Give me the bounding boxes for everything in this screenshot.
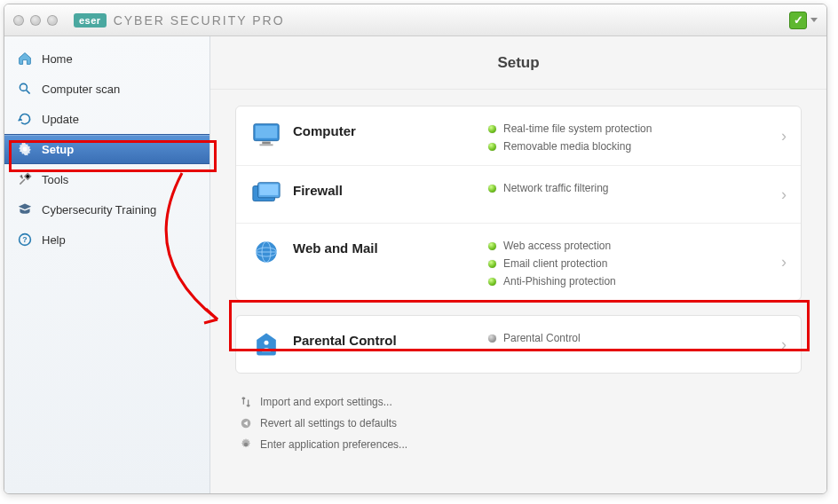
svg-text:?: ? [22,235,27,244]
card-title: Firewall [293,178,488,198]
feature-item: Network traffic filtering [488,182,787,194]
sidebar-item-label: Cybersecurity Training [42,203,156,217]
sidebar-item-label: Help [42,233,66,247]
feature-item: Email client protection [488,257,787,270]
zoom-window-button[interactable] [47,15,58,26]
feature-list: Real-time file system protection Removab… [488,119,787,153]
app-window: eser CYBER SECURITY PRO ✓ Home Computer … [4,4,827,494]
page-title: Setup [210,36,826,90]
svg-rect-6 [256,126,278,138]
setup-card-web-mail[interactable]: Web and Mail Web access protection Email… [236,224,801,300]
feature-item: Parental Control [488,332,787,344]
preferences-gear-icon [239,437,253,452]
sidebar-item-home[interactable]: Home [4,43,210,74]
svg-rect-7 [262,142,270,145]
status-dot-off-icon [488,335,496,343]
minimize-window-button[interactable] [30,15,41,26]
main-panel: Setup Computer Real-time file system pro… [210,36,826,493]
scan-icon [17,81,33,97]
sidebar-item-tools[interactable]: Tools [4,164,210,194]
card-title: Computer [293,119,488,138]
feature-item: Removable media blocking [488,140,787,153]
link-label: Import and export settings... [260,396,392,408]
card-title: Parental Control [293,328,488,348]
feature-label: Parental Control [503,332,581,344]
status-dot-on-icon [488,260,496,268]
svg-point-0 [20,83,27,91]
monitor-icon [250,119,282,151]
feature-label: Web access protection [503,240,611,252]
sidebar-item-training[interactable]: Cybersecurity Training [4,194,210,224]
sidebar-item-label: Home [42,52,73,66]
main-content: Computer Real-time file system protectio… [210,90,826,493]
chevron-right-icon: › [781,335,787,354]
import-export-icon [239,395,253,409]
feature-label: Real-time file system protection [503,122,652,135]
feature-list: Network traffic filtering [488,178,787,194]
sidebar-item-update[interactable]: Update [4,104,210,134]
svg-rect-8 [259,144,273,146]
status-dot-on-icon [488,185,496,193]
sidebar-item-label: Tools [42,173,68,186]
feature-label: Email client protection [503,257,607,270]
setup-links: Import and export settings... Revert all… [235,388,802,459]
close-window-button[interactable] [13,15,24,26]
protection-status-icon[interactable]: ✓ [789,12,807,29]
feature-item: Anti-Phishing protection [488,275,787,287]
sidebar-item-help[interactable]: ? Help [4,224,210,255]
sidebar: Home Computer scan Update Setup [4,36,210,493]
firewall-icon [250,178,282,210]
status-dropdown-chevron-icon[interactable] [810,18,818,22]
update-icon [17,111,33,127]
sidebar-item-label: Setup [42,143,74,156]
feature-list: Web access protection Email client prote… [488,236,787,287]
parental-icon [250,328,282,360]
revert-defaults-link[interactable]: Revert all settings to defaults [239,413,798,434]
status-dot-on-icon [488,125,496,133]
titlebar: eser CYBER SECURITY PRO ✓ [4,4,826,36]
chevron-right-icon: › [781,127,787,146]
parental-card-group: Parental Control Parental Control › [235,315,802,374]
gear-icon [17,141,33,157]
feature-list: Parental Control [488,328,787,344]
feature-item: Real-time file system protection [488,122,787,135]
feature-item: Web access protection [488,240,787,252]
brand-badge: eser [74,13,107,28]
card-title: Web and Mail [293,236,488,256]
feature-label: Network traffic filtering [503,182,608,194]
sidebar-item-label: Computer scan [42,83,120,96]
status-dot-on-icon [488,242,496,250]
svg-point-16 [265,341,269,345]
content-area: Home Computer scan Update Setup [4,36,826,493]
link-label: Revert all settings to defaults [260,417,397,429]
import-export-link[interactable]: Import and export settings... [239,391,798,413]
setup-card-firewall[interactable]: Firewall Network traffic filtering › [236,166,801,224]
svg-rect-11 [259,185,278,195]
home-icon [17,51,33,67]
chevron-right-icon: › [781,253,787,272]
preferences-link[interactable]: Enter application preferences... [239,434,798,455]
feature-label: Anti-Phishing protection [503,275,616,287]
status-dot-on-icon [488,278,496,286]
status-dot-on-icon [488,143,496,151]
help-icon: ? [17,232,33,248]
sidebar-item-setup[interactable]: Setup [4,134,210,164]
setup-card-computer[interactable]: Computer Real-time file system protectio… [236,106,801,166]
window-controls [13,15,58,26]
tools-icon [17,171,33,187]
feature-label: Removable media blocking [503,140,631,153]
svg-line-1 [27,91,30,94]
training-icon [17,201,33,217]
link-label: Enter application preferences... [260,438,407,451]
app-title: CYBER SECURITY PRO [114,13,285,28]
globe-icon [250,236,282,268]
setup-card-group: Computer Real-time file system protectio… [235,106,802,301]
setup-card-parental[interactable]: Parental Control Parental Control › [236,316,801,373]
sidebar-item-scan[interactable]: Computer scan [4,74,210,104]
revert-icon [239,416,253,430]
chevron-right-icon: › [781,185,787,204]
sidebar-item-label: Update [42,113,79,126]
